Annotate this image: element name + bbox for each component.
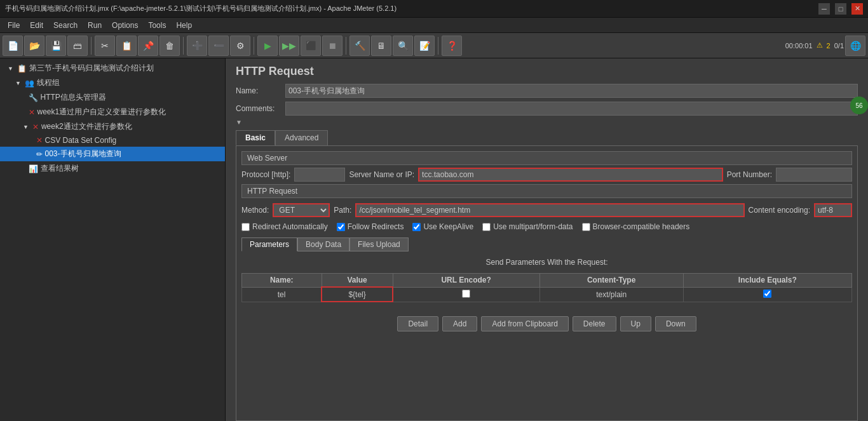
remote-start-button[interactable]: 🖥 (371, 36, 391, 56)
path-input[interactable] (355, 203, 744, 217)
name-row: Name: (226, 82, 868, 100)
open-button[interactable]: 📂 (24, 36, 44, 56)
templates-button[interactable]: 📝 (414, 36, 435, 56)
tree-icon-result: 📊 (29, 164, 38, 173)
port-input[interactable] (776, 168, 852, 182)
tree-item-csv[interactable]: ✕ CSV Data Set Config (0, 134, 225, 147)
tree-item-week1[interactable]: ✕ week1通过用户自定义变量进行参数化 (0, 105, 225, 119)
webserver-section-header: Web Server (241, 151, 852, 165)
send-params-title: Send Parameters With the Request: (241, 255, 852, 269)
right-panel: HTTP Request Name: Comments: ▼ Basic Adv… (226, 58, 868, 421)
close-button[interactable]: ✕ (851, 3, 863, 15)
tab-advanced[interactable]: Advanced (275, 130, 328, 145)
comments-input[interactable] (285, 102, 858, 116)
encoding-input[interactable] (814, 203, 852, 217)
window-title: 手机号码归属地测试介绍计划.jmx (F:\apache-jmeter-5.2.… (5, 4, 818, 13)
add-button[interactable]: Add (442, 316, 477, 331)
copy-button[interactable]: 📋 (116, 36, 137, 56)
window-controls: ─ □ ✕ (818, 3, 863, 15)
menu-file[interactable]: File (3, 20, 25, 31)
new-button[interactable]: 📄 (3, 36, 23, 56)
stop-button[interactable]: ⬛ (301, 36, 321, 56)
help-button[interactable]: ❓ (442, 36, 462, 56)
tree-icon-csv: ✕ (36, 136, 43, 145)
includeequals-checkbox[interactable] (763, 290, 771, 298)
collapse-arrow[interactable]: ▼ (236, 119, 242, 126)
tree-item-root[interactable]: ▼ 📋 第三节-手机号码归属地测试介绍计划 (0, 61, 225, 76)
tab-basic[interactable]: Basic (236, 130, 275, 145)
toolbar-sep-3 (254, 37, 254, 55)
delete-button[interactable]: Delete (573, 316, 616, 331)
method-label: Method: (241, 206, 269, 215)
col-header-name: Name: (242, 274, 322, 288)
tree-item-result[interactable]: 📊 查看结果树 (0, 161, 225, 176)
menubar: File Edit Search Run Options Tools Help (0, 18, 868, 33)
sub-tab-body-data[interactable]: Body Data (297, 237, 349, 251)
tree-label-thread: 线程组 (37, 77, 60, 88)
jmeter-icon[interactable]: 🔨 (349, 36, 370, 56)
up-button[interactable]: Up (620, 316, 651, 331)
detail-button[interactable]: Detail (397, 316, 438, 331)
restore-button[interactable]: □ (835, 3, 846, 15)
chk-multipart-input[interactable] (482, 223, 491, 231)
col-header-includeequals: Include Equals? (683, 274, 851, 288)
save-button[interactable]: 💾 (46, 36, 66, 56)
protocol-input[interactable] (294, 168, 345, 182)
tree-icon-root: 📋 (17, 64, 27, 73)
menu-help[interactable]: Help (171, 20, 197, 31)
tree-item-week2[interactable]: ▼ ✕ week2通过文件进行参数化 (0, 119, 225, 134)
tree-arrow-query (31, 151, 32, 157)
urlencode-checkbox[interactable] (462, 290, 470, 298)
tree-item-query[interactable]: ✏ 003-手机号归属地查询 (0, 147, 225, 161)
add-from-clipboard-button[interactable]: Add from Clipboard (481, 316, 568, 331)
remote-config-button[interactable]: 🌐 (845, 36, 865, 56)
chk-browser-compat: Browser-compatible headers (582, 222, 690, 231)
chk-multipart-label: Use multipart/form-data (493, 222, 573, 231)
sub-tab-parameters[interactable]: Parameters (241, 237, 297, 251)
main-area: ▼ 📋 第三节-手机号码归属地测试介绍计划 ▼ 👥 线程组 🔧 HTTP信息头管… (0, 58, 868, 421)
menu-run[interactable]: Run (83, 20, 107, 31)
tree-label-root: 第三节-手机号码归属地测试介绍计划 (29, 63, 154, 74)
server-input[interactable] (418, 168, 723, 182)
col-header-value: Value (322, 274, 393, 288)
chk-follow-redirects-input[interactable] (337, 223, 345, 231)
tree-label-week1: week1通过用户自定义变量进行参数化 (37, 107, 166, 117)
start-button[interactable]: ▶ (257, 36, 278, 56)
chk-redirect-auto-input[interactable] (241, 223, 250, 231)
minimize-button[interactable]: ─ (818, 3, 830, 15)
tab-content-basic: Web Server Protocol [http]: Server Name … (236, 145, 858, 421)
comments-label: Comments: (236, 104, 280, 113)
tree-item-thread-group[interactable]: ▼ 👥 线程组 (0, 76, 225, 90)
tree-icon-query: ✏ (36, 150, 43, 159)
comments-row: Comments: (226, 100, 868, 117)
method-select[interactable]: GET POST PUT DELETE (273, 203, 330, 217)
tree-item-http-header[interactable]: 🔧 HTTP信息头管理器 (0, 90, 225, 105)
browse-button[interactable]: 🔍 (393, 36, 413, 56)
menu-tools[interactable]: Tools (143, 20, 171, 31)
start-all-button[interactable]: ▶▶ (279, 36, 299, 56)
menu-edit[interactable]: Edit (25, 20, 48, 31)
chk-keepalive-input[interactable] (412, 223, 421, 231)
chk-multipart: Use multipart/form-data (482, 222, 573, 231)
paste-button[interactable]: 📌 (138, 36, 158, 56)
checkbox-row: Redirect Automatically Follow Redirects … (241, 220, 852, 234)
delete-button[interactable]: 🗑 (159, 36, 180, 56)
params-section: Send Parameters With the Request: Name: … (241, 251, 852, 306)
tree-arrow-thread: ▼ (15, 80, 21, 86)
chk-keepalive: Use KeepAlive (412, 222, 473, 231)
menu-options[interactable]: Options (107, 20, 143, 31)
cut-button[interactable]: ✂ (95, 36, 115, 56)
add-button[interactable]: ➕ (187, 36, 207, 56)
tree-icon-thread: 👥 (25, 79, 34, 88)
stop-now-button[interactable]: ⏹ (322, 36, 342, 56)
remove-button[interactable]: ➖ (208, 36, 229, 56)
chk-browser-compat-label: Browser-compatible headers (593, 222, 690, 231)
tree-icon-week1: ✕ (29, 108, 35, 117)
chk-browser-compat-input[interactable] (582, 223, 590, 231)
down-button[interactable]: Down (655, 316, 696, 331)
name-input[interactable] (285, 84, 858, 98)
sub-tab-files-upload[interactable]: Files Upload (349, 237, 409, 251)
settings-button[interactable]: ⚙ (230, 36, 250, 56)
save-all-button[interactable]: 🗃 (67, 36, 88, 56)
menu-search[interactable]: Search (48, 20, 83, 31)
